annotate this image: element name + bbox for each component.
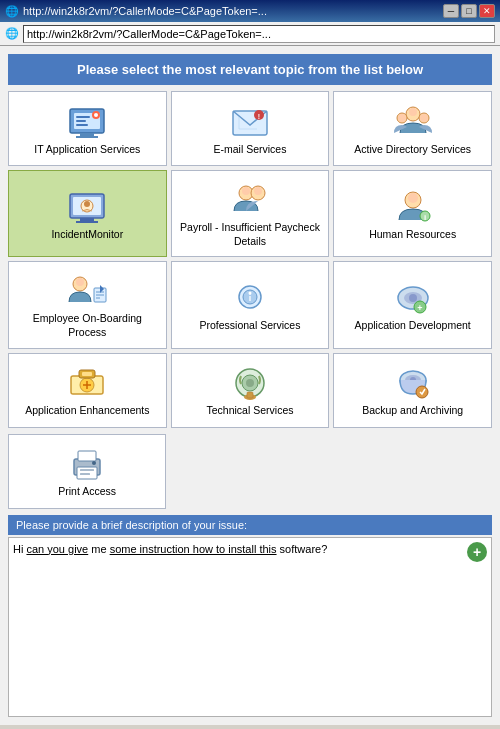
description-text: Hi can you give me some instruction how … [13, 542, 487, 557]
svg-point-13 [409, 108, 417, 116]
svg-rect-57 [247, 392, 253, 398]
employee-onboarding-icon [66, 270, 108, 312]
incident-monitor-label: IncidentMonitor [51, 228, 123, 242]
main-content: Please select the most relevant topic fr… [0, 46, 500, 725]
svg-rect-2 [80, 133, 94, 136]
svg-point-16 [398, 114, 406, 122]
technical-services-label: Technical Services [207, 404, 294, 418]
svg-rect-3 [76, 136, 98, 138]
active-directory-icon [392, 101, 434, 143]
browser-icon: 🌐 [5, 5, 19, 18]
professional-services-label: Professional Services [200, 319, 301, 333]
desc-mid1: me [88, 543, 109, 555]
description-label: Please provide a brief description of yo… [8, 515, 492, 535]
email-services-label: E-mail Services [214, 143, 287, 157]
svg-rect-7 [76, 120, 86, 122]
backup-archiving-icon [392, 362, 434, 404]
address-globe-icon: 🌐 [5, 27, 19, 40]
svg-point-41 [248, 292, 251, 295]
app-development-label: Application Development [355, 319, 471, 333]
topic-professional-services[interactable]: i Professional Services [171, 261, 330, 348]
topic-app-development[interactable]: + Application Development [333, 261, 492, 348]
svg-point-55 [246, 379, 254, 387]
svg-rect-66 [80, 473, 90, 475]
svg-rect-64 [78, 451, 96, 461]
svg-point-67 [92, 461, 96, 465]
topic-incident-monitor[interactable]: IncidentMonitor [8, 170, 167, 257]
it-app-services-label: IT Application Services [34, 143, 140, 157]
svg-rect-21 [76, 221, 98, 223]
email-services-icon: ! [229, 101, 271, 143]
app-enhancements-icon [66, 362, 108, 404]
topics-grid-last-row: Print Access [8, 434, 492, 509]
add-button[interactable]: + [467, 542, 487, 562]
it-app-services-icon [66, 101, 108, 143]
print-access-icon [66, 443, 108, 485]
svg-point-5 [94, 113, 98, 117]
topic-email-services[interactable]: ! E-mail Services [171, 91, 330, 166]
desc-link1: can you give [26, 543, 88, 555]
title-bar-controls[interactable]: ─ □ ✕ [443, 4, 495, 18]
topic-backup-archiving[interactable]: Backup and Archiving [333, 353, 492, 428]
backup-archiving-label: Backup and Archiving [362, 404, 463, 418]
payroll-label: Payroll - Insufficient Paycheck Details [176, 221, 325, 248]
title-bar: 🌐 http://win2k8r2vm/?CallerMode=C&PageTo… [0, 0, 500, 22]
topics-grid: IT Application Services ! E-mail Service… [8, 91, 492, 428]
topic-employee-onboarding[interactable]: Employee On-Boarding Process [8, 261, 167, 348]
topic-payroll[interactable]: Payroll - Insufficient Paycheck Details [171, 170, 330, 257]
svg-rect-8 [76, 124, 88, 126]
desc-pre: Hi [13, 543, 26, 555]
svg-rect-20 [80, 218, 94, 221]
title-bar-text: http://win2k8r2vm/?CallerMode=C&PageToke… [23, 5, 267, 17]
svg-text:i: i [424, 213, 426, 222]
active-directory-label: Active Directory Services [354, 143, 471, 157]
topic-technical-services[interactable]: Technical Services [171, 353, 330, 428]
svg-point-27 [254, 187, 262, 195]
app-enhancements-label: Application Enhancements [25, 404, 149, 418]
topic-app-enhancements[interactable]: Application Enhancements [8, 353, 167, 428]
svg-rect-65 [80, 469, 94, 471]
desc-end: software? [277, 543, 328, 555]
title-bar-left: 🌐 http://win2k8r2vm/?CallerMode=C&PageTo… [5, 5, 267, 18]
payroll-icon [229, 179, 271, 221]
professional-services-icon: i [229, 277, 271, 319]
print-access-label: Print Access [58, 485, 116, 499]
page-title: Please select the most relevant topic fr… [8, 54, 492, 85]
app-development-icon: + [392, 277, 434, 319]
svg-text:!: ! [258, 113, 260, 120]
svg-point-17 [420, 114, 428, 122]
svg-rect-6 [76, 116, 90, 118]
description-area[interactable]: Hi can you give me some instruction how … [8, 537, 492, 717]
technical-services-icon [229, 362, 271, 404]
svg-point-23 [84, 201, 90, 207]
svg-point-33 [76, 278, 84, 286]
incident-monitor-icon [66, 186, 108, 228]
svg-point-61 [416, 386, 428, 398]
maximize-button[interactable]: □ [461, 4, 477, 18]
desc-link2: some instruction how to install this [110, 543, 277, 555]
svg-point-44 [409, 294, 417, 302]
minimize-button[interactable]: ─ [443, 4, 459, 18]
address-input[interactable] [23, 25, 495, 43]
svg-rect-50 [82, 372, 92, 376]
svg-point-25 [242, 187, 250, 195]
human-resources-icon: i [392, 186, 434, 228]
topic-active-directory[interactable]: Active Directory Services [333, 91, 492, 166]
close-button[interactable]: ✕ [479, 4, 495, 18]
svg-point-29 [408, 193, 418, 203]
employee-onboarding-label: Employee On-Boarding Process [13, 312, 162, 339]
human-resources-label: Human Resources [369, 228, 456, 242]
topic-it-app-services[interactable]: IT Application Services [8, 91, 167, 166]
address-bar: 🌐 [0, 22, 500, 46]
topic-human-resources[interactable]: i Human Resources [333, 170, 492, 257]
svg-text:+: + [417, 303, 422, 313]
topic-print-access[interactable]: Print Access [8, 434, 166, 509]
